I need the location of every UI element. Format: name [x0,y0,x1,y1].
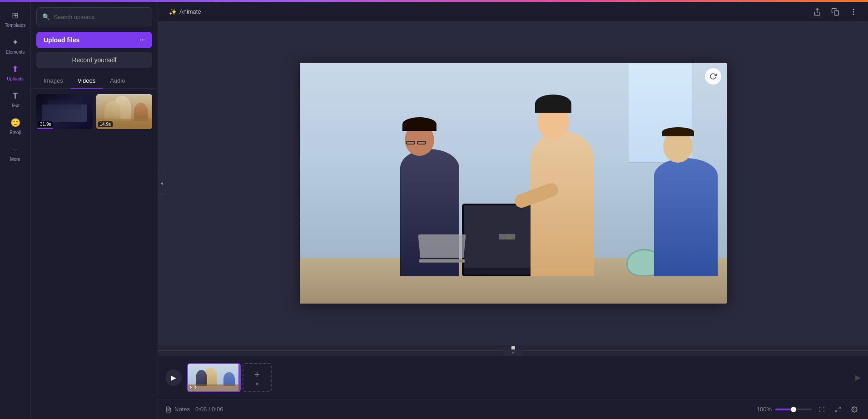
canvas-area: ✨ Animate [158,2,868,419]
scrubber-collapse-button[interactable]: ▼ [504,349,522,356]
animate-button[interactable]: ✨ Animate [165,6,205,17]
status-right: 100% [757,403,861,416]
more-options-button[interactable] [846,5,861,19]
media-tabs: Images Videos Audio [31,74,158,89]
more-options-icon [849,8,858,16]
status-bar: Notes 0:06 / 0:06 100% [158,399,868,419]
media-grid: 31.9s 14.9s [31,89,158,135]
add-clip-button[interactable]: + 🖱 [243,363,272,392]
fit-to-screen-button[interactable] [815,403,828,416]
cursor-icon: 🖱 [255,381,259,386]
notes-label: Notes [174,406,190,413]
upload-more-icon: ··· [139,36,145,44]
video2-duration: 14.9s [98,121,113,127]
zoom-level: 100% [757,406,772,413]
fullscreen-button[interactable] [832,403,844,416]
templates-icon: ⊞ [10,10,21,21]
canvas-frame: █████ [300,63,727,304]
sidebar-item-elements[interactable]: ✦ Elements [0,32,31,59]
search-input[interactable] [54,14,146,20]
sidebar-item-emoji[interactable]: 🙂 Emoji [0,113,31,140]
search-bar: 🔍 [36,7,152,26]
timeline-area: ▼ ▶ [158,344,868,399]
sidebar-item-label-more: More [10,157,20,162]
svg-rect-0 [834,10,839,15]
duplicate-icon [831,8,839,16]
sidebar-item-templates[interactable]: ⊞ Templates [0,5,31,32]
tab-audio[interactable]: Audio [103,74,132,89]
zoom-slider[interactable] [775,409,812,410]
text-icon: T [10,90,21,101]
canvas-toolbar: ✨ Animate [158,2,868,22]
notes-button[interactable]: Notes [165,406,190,413]
sidebar-item-text[interactable]: T Text [0,86,31,113]
hide-panel-button[interactable]: ◀ [158,172,165,195]
emoji-icon: 🙂 [10,117,21,128]
video1-progress [36,128,53,129]
play-icon: ▶ [171,374,176,381]
canvas-viewport: █████ [158,22,868,344]
zoom-slider-handle[interactable] [791,407,796,412]
share-icon [813,8,821,16]
media-item-video2[interactable]: 14.9s [96,94,153,129]
tab-images[interactable]: Images [36,74,70,89]
svg-point-8 [853,409,855,410]
sidebar-item-label-uploads: Uploads [7,76,24,81]
settings-icon [851,406,858,413]
settings-button[interactable] [848,403,861,416]
fit-to-screen-icon [818,406,825,413]
timeline-clip-1[interactable]: 6.0s [187,363,241,392]
sidebar-item-label-templates: Templates [5,23,26,28]
sidebar-item-label-emoji: Emoji [10,130,21,135]
tab-videos[interactable]: Videos [70,74,103,89]
fullscreen-icon [835,406,841,413]
svg-point-3 [853,14,854,15]
elements-icon: ✦ [10,37,21,48]
refresh-icon [709,73,717,80]
hide-panel-icon: ◀ [160,181,163,185]
add-icon: + [254,369,260,380]
record-yourself-button[interactable]: Record yourself [36,52,152,68]
more-icon: ··· [10,144,21,155]
office-scene: █████ [300,63,727,304]
sidebar-item-label-text: Text [11,103,19,108]
animate-sparkle-icon: ✨ [169,8,177,15]
svg-line-6 [838,407,840,409]
collapse-icon: ▼ [511,351,515,355]
time-display: 0:06 / 0:06 [195,406,223,413]
sidebar-item-uploads[interactable]: ⬆ Uploads [0,59,31,86]
notes-icon [165,406,172,413]
timeline-content: ▶ 6.0s [158,356,868,399]
clip-end-indicator [238,364,240,391]
clip-duration: 6.0s [190,385,198,390]
search-icon: 🔍 [42,13,50,20]
refresh-button[interactable] [705,68,721,85]
duplicate-button[interactable] [828,5,843,19]
toolbar-right [810,5,861,19]
animate-label: Animate [179,8,201,15]
svg-point-1 [853,9,854,10]
svg-line-7 [836,410,838,412]
timeline-scrubber[interactable]: ▼ [158,345,868,356]
sidebar-item-more[interactable]: ··· More [0,140,31,166]
upload-label: Upload files [44,36,79,44]
left-panel: 🔍 Upload files ··· Record yourself Image… [31,2,158,419]
timeline-right-arrow[interactable]: ▶ [855,373,861,382]
sidebar-item-label-elements: Elements [6,50,25,55]
uploads-icon: ⬆ [10,64,21,75]
video1-duration: 31.9s [38,121,53,127]
timeline-clips: 6.0s + 🖱 [187,363,272,392]
upload-files-button[interactable]: Upload files ··· [36,32,152,48]
share-button[interactable] [810,5,824,19]
media-item-video1[interactable]: 31.9s [36,94,93,129]
icon-sidebar: ⊞ Templates ✦ Elements ⬆ Uploads T Text … [0,2,31,419]
play-button[interactable]: ▶ [165,369,182,386]
svg-point-2 [853,11,854,12]
